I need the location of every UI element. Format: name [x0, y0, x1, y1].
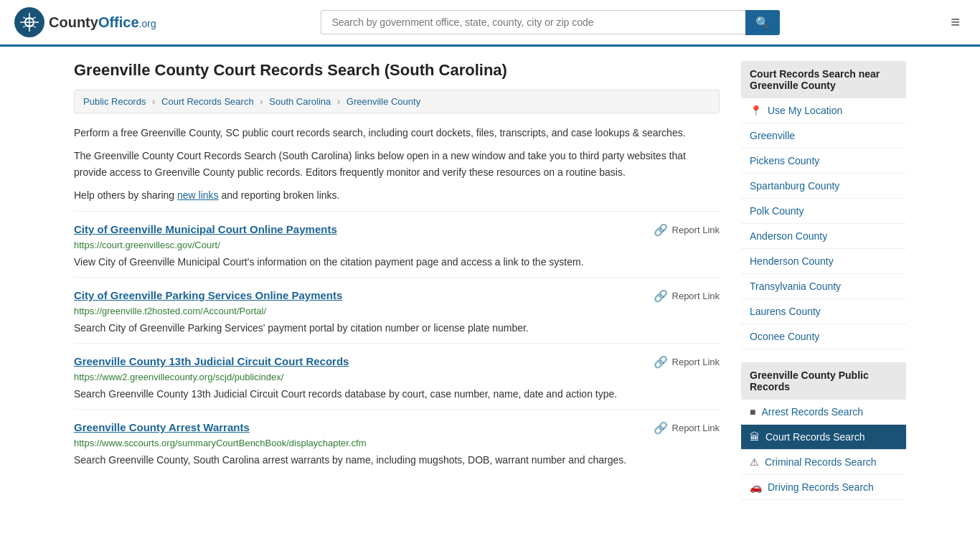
nearby-link-3[interactable]: Spartanburg County — [741, 174, 906, 198]
nearby-list-item: Transylvania County — [741, 274, 906, 299]
report-link-btn-2[interactable]: 🔗 Report Link — [654, 355, 720, 369]
records-link-3[interactable]: 🚗 Driving Records Search — [741, 475, 906, 499]
nearby-list-item: Greenville — [741, 123, 906, 149]
nearby-link-5[interactable]: Anderson County — [741, 224, 906, 248]
nearby-link-7[interactable]: Transylvania County — [741, 274, 906, 298]
search-bar: 🔍 — [321, 10, 780, 35]
result-item: Greenville County 13th Judicial Circuit … — [74, 343, 720, 409]
report-icon-0: 🔗 — [654, 223, 668, 237]
description-1: Perform a free Greenville County, SC pub… — [74, 125, 720, 141]
report-link-label-2: Report Link — [672, 357, 720, 367]
result-title-2[interactable]: Greenville County 13th Judicial Circuit … — [74, 355, 349, 367]
records-list-item: 🏛 Court Records Search — [741, 425, 906, 450]
new-links-link[interactable]: new links — [177, 189, 219, 201]
content-area: Greenville County Court Records Search (… — [74, 61, 720, 513]
result-title-0[interactable]: City of Greenville Municipal Court Onlin… — [74, 223, 337, 235]
search-button[interactable]: 🔍 — [745, 10, 780, 35]
site-header: CountyOffice.org 🔍 ≡ — [0, 0, 980, 47]
records-icon-2: ⚠ — [750, 456, 759, 468]
sidebar: Court Records Search near Greenville Cou… — [741, 61, 906, 513]
breadcrumb-sep-2: › — [260, 96, 263, 107]
result-url-1: https://greenville.t2hosted.com/Account/… — [74, 306, 720, 316]
public-records-section-title: Greenville County Public Records — [741, 362, 906, 400]
nearby-list-item: Oconee County — [741, 324, 906, 349]
result-desc-1: Search City of Greenville Parking Servic… — [74, 321, 720, 336]
nearby-link-8[interactable]: Laurens County — [741, 299, 906, 324]
records-link-0[interactable]: ■ Arrest Records Search — [741, 400, 906, 424]
records-icon-3: 🚗 — [750, 481, 762, 493]
public-records-links: ■ Arrest Records Search 🏛 Court Records … — [741, 400, 906, 500]
page-title: Greenville County Court Records Search (… — [74, 61, 720, 80]
hamburger-icon: ≡ — [951, 13, 960, 31]
nearby-link-9[interactable]: Oconee County — [741, 324, 906, 349]
result-title-3[interactable]: Greenville County Arrest Warrants — [74, 421, 250, 433]
nearby-list-item: Henderson County — [741, 249, 906, 274]
report-link-btn-0[interactable]: 🔗 Report Link — [654, 223, 720, 237]
report-icon-1: 🔗 — [654, 289, 668, 303]
result-item: City of Greenville Parking Services Onli… — [74, 277, 720, 343]
breadcrumb-court-records[interactable]: Court Records Search — [161, 96, 254, 107]
result-desc-2: Search Greenville County 13th Judicial C… — [74, 387, 720, 402]
header-right: ≡ — [945, 10, 966, 34]
nearby-list-item: Spartanburg County — [741, 174, 906, 199]
search-input[interactable] — [321, 10, 745, 34]
records-link-2[interactable]: ⚠ Criminal Records Search — [741, 450, 906, 474]
breadcrumb-sep-1: › — [152, 96, 155, 107]
search-icon: 🔍 — [755, 17, 770, 29]
description-2: The Greenville County Court Records Sear… — [74, 148, 720, 180]
records-list-item: ■ Arrest Records Search — [741, 400, 906, 425]
nearby-list-item: Laurens County — [741, 299, 906, 324]
result-item: Greenville County Arrest Warrants 🔗 Repo… — [74, 409, 720, 475]
records-link-label-2: Criminal Records Search — [765, 456, 877, 468]
result-url-2: https://www2.greenvillecounty.org/scjd/p… — [74, 372, 720, 382]
breadcrumb: Public Records › Court Records Search › … — [74, 90, 720, 113]
logo-text: CountyOffice.org — [49, 14, 156, 31]
nearby-section-title: Court Records Search near Greenville Cou… — [741, 61, 906, 98]
nearby-list-item: Pickens County — [741, 149, 906, 174]
result-url-3: https://www.sccourts.org/summaryCourtBen… — [74, 438, 720, 448]
result-url-0: https://court.greenvillesc.gov/Court/ — [74, 240, 720, 250]
report-icon-2: 🔗 — [654, 355, 668, 369]
result-desc-0: View City of Greenville Municipal Court'… — [74, 255, 720, 270]
logo-icon — [14, 7, 44, 37]
breadcrumb-south-carolina[interactable]: South Carolina — [269, 96, 331, 107]
report-icon-3: 🔗 — [654, 421, 668, 435]
nearby-list-item: Polk County — [741, 199, 906, 224]
report-link-label-1: Report Link — [672, 291, 720, 301]
nearby-link-2[interactable]: Pickens County — [741, 149, 906, 173]
nearby-link-0[interactable]: 📍Use My Location — [741, 98, 906, 123]
nearby-link-6[interactable]: Henderson County — [741, 249, 906, 273]
logo-area: CountyOffice.org — [14, 7, 156, 37]
result-item: City of Greenville Municipal Court Onlin… — [74, 211, 720, 277]
report-link-label-0: Report Link — [672, 225, 720, 235]
breadcrumb-sep-3: › — [337, 96, 340, 107]
menu-button[interactable]: ≡ — [945, 10, 966, 34]
nearby-links: 📍Use My LocationGreenvillePickens County… — [741, 98, 906, 349]
breadcrumb-public-records[interactable]: Public Records — [83, 96, 146, 107]
breadcrumb-greenville-county[interactable]: Greenville County — [347, 96, 420, 107]
description-3: Help others by sharing new links and rep… — [74, 187, 720, 203]
report-link-btn-3[interactable]: 🔗 Report Link — [654, 421, 720, 435]
nearby-link-1[interactable]: Greenville — [741, 123, 906, 148]
records-list-item: 🚗 Driving Records Search — [741, 475, 906, 500]
results-list: City of Greenville Municipal Court Onlin… — [74, 211, 720, 475]
report-link-btn-1[interactable]: 🔗 Report Link — [654, 289, 720, 303]
records-icon-0: ■ — [750, 406, 755, 418]
records-link-label-3: Driving Records Search — [768, 481, 874, 493]
result-desc-3: Search Greenville County, South Carolina… — [74, 453, 720, 468]
nearby-link-4[interactable]: Polk County — [741, 199, 906, 223]
records-link-label-1: Court Records Search — [765, 431, 865, 443]
records-link-label-0: Arrest Records Search — [761, 406, 863, 418]
nearby-list-item: Anderson County — [741, 224, 906, 249]
records-icon-1: 🏛 — [750, 431, 760, 443]
records-list-item: ⚠ Criminal Records Search — [741, 450, 906, 475]
result-title-1[interactable]: City of Greenville Parking Services Onli… — [74, 289, 342, 301]
main-container: Greenville County Court Records Search (… — [60, 47, 920, 527]
records-link-1[interactable]: 🏛 Court Records Search — [741, 425, 906, 449]
nearby-list-item: 📍Use My Location — [741, 98, 906, 123]
location-pin-icon: 📍 — [750, 105, 762, 116]
report-link-label-3: Report Link — [672, 423, 720, 433]
